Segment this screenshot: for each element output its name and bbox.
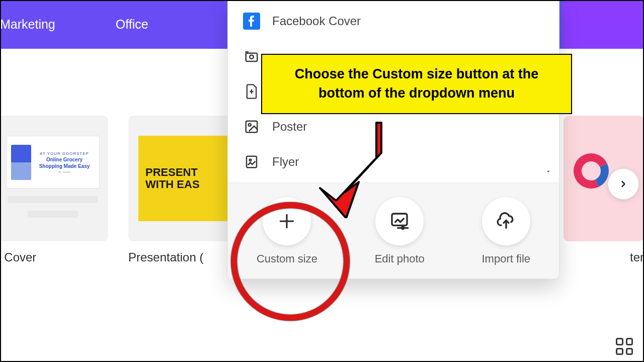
document-icon bbox=[243, 83, 260, 100]
create-design-button[interactable] bbox=[564, 0, 644, 49]
design-type-dropdown: Facebook Cover Poster Flyer bbox=[227, 0, 559, 279]
dropdown-item-flyer[interactable]: Flyer bbox=[228, 144, 559, 179]
nav-office[interactable]: Office bbox=[116, 17, 148, 32]
svg-rect-9 bbox=[392, 214, 407, 225]
plus-icon bbox=[277, 212, 296, 231]
dropdown-item-label: Poster bbox=[272, 120, 307, 134]
cloud-upload-icon bbox=[496, 211, 516, 231]
chevron-down-icon bbox=[545, 168, 552, 177]
flyer-icon bbox=[243, 153, 260, 170]
facebook-icon bbox=[243, 13, 260, 30]
template-label: t Cover bbox=[0, 250, 108, 264]
thumb-text: M. Lewis bbox=[34, 170, 95, 173]
template-card-poster[interactable]: ter bbox=[564, 116, 644, 282]
template-label: ter bbox=[564, 250, 644, 264]
svg-point-4 bbox=[249, 124, 251, 126]
chevron-right-icon bbox=[618, 179, 628, 189]
footer-btn-label: Custom size bbox=[257, 252, 317, 265]
footer-btn-label: Import file bbox=[482, 252, 531, 265]
thumb-text: WITH EAS bbox=[145, 178, 200, 191]
thumb-text: Online Grocery bbox=[34, 157, 95, 162]
svg-point-6 bbox=[250, 159, 252, 161]
dropdown-item-poster[interactable]: Poster bbox=[228, 109, 559, 144]
import-file-button[interactable]: Import file bbox=[482, 197, 531, 265]
custom-size-button[interactable]: Custom size bbox=[257, 197, 317, 265]
thumb-text: AT YOUR DOORSTEP bbox=[34, 151, 95, 156]
nav-marketing[interactable]: Marketing bbox=[0, 17, 55, 32]
callout-text: Choose the Custom size button at the bot… bbox=[295, 66, 539, 101]
template-card-cover[interactable]: AT YOUR DOORSTEP Online Grocery Shopping… bbox=[0, 116, 108, 282]
thumb-text: PRESENT bbox=[145, 166, 200, 178]
image-edit-icon bbox=[389, 211, 410, 231]
dropdown-item-label: Flyer bbox=[272, 155, 299, 169]
dropdown-footer: Custom size Edit photo Import file bbox=[228, 183, 559, 279]
footer-btn-label: Edit photo bbox=[375, 252, 425, 265]
image-icon bbox=[243, 118, 260, 135]
annotation-callout: Choose the Custom size button at the bot… bbox=[261, 54, 572, 114]
camera-icon bbox=[243, 48, 260, 65]
dropdown-item-label: Facebook Cover bbox=[272, 14, 361, 28]
dropdown-item-facebook-cover[interactable]: Facebook Cover bbox=[228, 4, 559, 39]
edit-photo-button[interactable]: Edit photo bbox=[375, 197, 425, 265]
apps-grid-icon[interactable] bbox=[616, 338, 633, 355]
carousel-next-button[interactable] bbox=[608, 168, 639, 200]
template-thumb: AT YOUR DOORSTEP Online Grocery Shopping… bbox=[0, 116, 108, 241]
svg-point-2 bbox=[250, 55, 254, 59]
thumb-text: Shopping Made Easy bbox=[34, 163, 95, 169]
svg-rect-1 bbox=[246, 53, 258, 61]
